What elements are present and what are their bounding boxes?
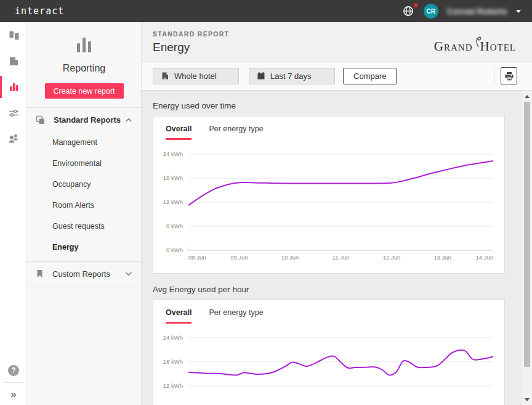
user-avatar[interactable]: CR	[424, 4, 438, 18]
tab-per-energy-type[interactable]: Per energy type	[209, 308, 263, 324]
date-range-filter-chip[interactable]: Last 7 days	[249, 68, 335, 84]
sidebar-item-room-alerts[interactable]: Room Alerts	[27, 195, 141, 216]
svg-text:14 Jun: 14 Jun	[475, 254, 493, 261]
grand-hotel-logo: GrandHotel	[434, 37, 516, 54]
standard-reports-list: Management Environmental Occupancy Room …	[27, 132, 141, 258]
rail-bottom: ? »	[0, 365, 27, 400]
filter-bar: Whole hotel Last 7 days Compare	[142, 62, 532, 91]
sidebar-title: Reporting	[27, 63, 141, 74]
svg-text:11 Jun: 11 Jun	[332, 254, 350, 261]
brand-word-right: Hotel	[480, 39, 517, 54]
user-name[interactable]: Conrad Roberts	[447, 7, 507, 16]
tab-overall[interactable]: Overall	[166, 308, 191, 324]
svg-text:10 Jun: 10 Jun	[281, 254, 299, 261]
expand-sidebar-icon[interactable]: »	[0, 389, 27, 400]
scope-filter-chip[interactable]: Whole hotel	[153, 68, 239, 84]
sidebar-item-energy[interactable]: Energy	[27, 237, 141, 258]
brand-word-left: Grand	[434, 39, 473, 54]
svg-text:24 kWh: 24 kWh	[163, 334, 183, 341]
print-button[interactable]	[501, 67, 517, 84]
filter-divider	[494, 67, 494, 85]
section-title-energy-over-time: Energy used over time	[153, 101, 522, 110]
sidebar-item-management[interactable]: Management	[27, 132, 141, 153]
rail-settings-sliders-icon[interactable]	[0, 100, 27, 126]
chart-tabs: Overall Per energy type	[153, 308, 504, 324]
globe-icon[interactable]: ✖	[401, 4, 415, 18]
avg-energy-per-hour-card: Overall Per energy type 24 kWh18 kWh12 k…	[153, 300, 505, 405]
svg-text:24 kWh: 24 kWh	[163, 150, 183, 157]
vertical-scrollbar[interactable]	[522, 91, 532, 405]
svg-text:13 Jun: 13 Jun	[433, 254, 451, 261]
rail-dashboard-icon[interactable]	[0, 22, 27, 48]
chevron-up-icon	[125, 118, 132, 123]
bookmark-icon	[35, 269, 44, 279]
sidebar-item-environmental[interactable]: Environmental	[27, 153, 141, 174]
date-range-label: Last 7 days	[270, 72, 312, 81]
scroll-up-arrow-icon[interactable]	[522, 91, 532, 101]
svg-text:12 kWh: 12 kWh	[163, 198, 183, 205]
chevron-down-icon	[125, 271, 132, 276]
energy-over-time-chart: 24 kWh18 kWh12 kWh6 kWh0 kWh08 Jun09 Jun…	[153, 145, 504, 268]
scrollbar-thumb[interactable]	[524, 102, 530, 367]
custom-reports-label: Custom Reports	[52, 269, 110, 279]
create-new-report-button[interactable]: Create new report	[45, 83, 124, 99]
tab-per-energy-type[interactable]: Per energy type	[209, 125, 263, 140]
alert-badge-icon: ✖	[413, 2, 417, 9]
report-content: Energy used over time Overall Per energy…	[142, 91, 522, 405]
reporting-bar-chart-icon	[27, 36, 141, 54]
rail-building-icon[interactable]	[0, 48, 27, 74]
custom-reports-group[interactable]: Custom Reports	[27, 262, 141, 285]
rail-reporting-icon[interactable]	[0, 74, 27, 100]
chevron-down-icon[interactable]	[516, 10, 521, 13]
report-header: STANDARD REPORT Energy GrandHotel	[142, 22, 532, 62]
stacked-reports-icon	[35, 115, 46, 125]
calendar-icon	[257, 72, 265, 80]
top-bar: interact ✖ CR Conrad Roberts	[0, 0, 532, 22]
avg-energy-per-hour-chart: 24 kWh18 kWh12 kWh	[153, 329, 504, 405]
svg-text:18 kWh: 18 kWh	[163, 358, 183, 365]
svg-text:18 kWh: 18 kWh	[163, 174, 183, 181]
chart-tabs: Overall Per energy type	[153, 125, 504, 140]
interact-logo: interact	[15, 6, 64, 17]
sidebar-divider	[27, 287, 141, 287]
rail-divider	[4, 382, 23, 383]
help-icon[interactable]: ?	[8, 365, 19, 376]
svg-text:09 Jun: 09 Jun	[230, 254, 248, 261]
standard-reports-label: Standard Reports	[54, 115, 121, 125]
main-panel: STANDARD REPORT Energy GrandHotel Whole …	[142, 22, 532, 405]
svg-text:12 Jun: 12 Jun	[383, 254, 401, 261]
topbar-right: ✖ CR Conrad Roberts	[401, 4, 521, 18]
rail-users-icon[interactable]	[0, 126, 27, 152]
brand-flourish-icon	[474, 35, 483, 52]
standard-reports-group[interactable]: Standard Reports	[27, 108, 141, 132]
svg-text:6 kWh: 6 kWh	[166, 223, 183, 229]
svg-text:08 Jun: 08 Jun	[188, 254, 206, 261]
app-screen: interact ✖ CR Conrad Roberts	[0, 0, 532, 405]
tab-overall[interactable]: Overall	[166, 125, 191, 140]
compare-button[interactable]: Compare	[343, 68, 397, 84]
reporting-sidebar: Reporting Create new report Standard Rep…	[27, 22, 142, 405]
energy-over-time-card: Overall Per energy type 24 kWh18 kWh12 k…	[153, 116, 505, 274]
sidebar-item-occupancy[interactable]: Occupancy	[27, 174, 141, 195]
section-title-avg-energy-per-hour: Avg Energy used per hour	[153, 285, 522, 294]
printer-icon	[504, 72, 514, 81]
scroll-down-arrow-icon[interactable]	[522, 395, 532, 404]
icon-rail: ? »	[0, 22, 27, 405]
svg-text:0 kWh: 0 kWh	[166, 247, 183, 253]
scope-filter-label: Whole hotel	[174, 72, 217, 81]
sidebar-item-guest-requests[interactable]: Guest requests	[27, 216, 141, 237]
building-icon	[161, 72, 169, 80]
svg-text:12 kWh: 12 kWh	[163, 382, 183, 389]
